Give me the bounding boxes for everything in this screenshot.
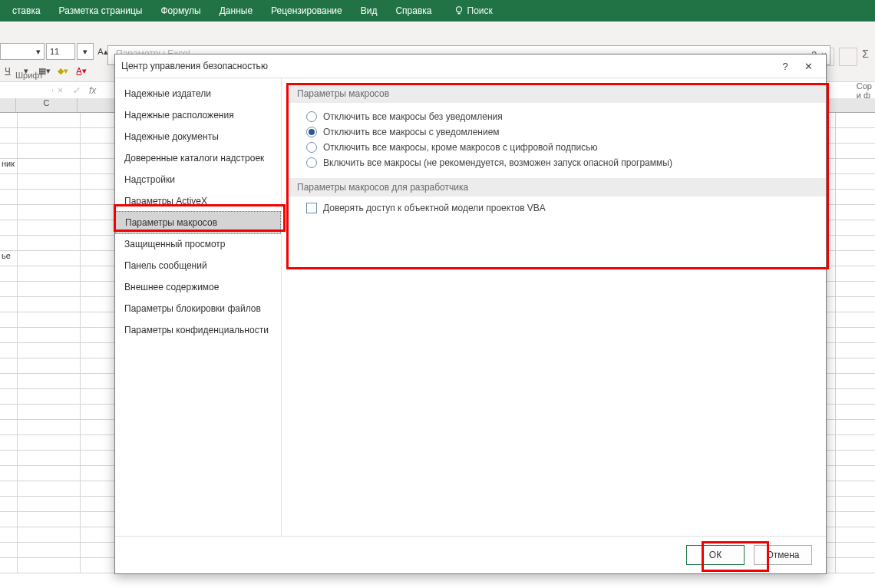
sidebar-item-privacy[interactable]: Параметры конфиденциальности (115, 319, 281, 341)
ribbon-tab[interactable]: Справка (386, 1, 441, 21)
checkbox-trust-vba[interactable]: Доверять доступ к объектной модели проек… (289, 197, 826, 213)
bulb-icon (454, 5, 464, 16)
sidebar-item-trusted-publishers[interactable]: Надежные издатели (115, 83, 281, 104)
sidebar-item-trusted-addin-catalogs[interactable]: Доверенные каталоги надстроек (115, 147, 281, 169)
enter-icon[interactable]: ✓ (68, 85, 84, 96)
radio-label: Отключить все макросы без уведомления (323, 111, 503, 122)
trust-center-content: Параметры макросов Отключить все макросы… (282, 78, 826, 536)
ok-button[interactable]: ОК (686, 545, 745, 565)
radio-icon (306, 111, 317, 122)
font-size-dropdown[interactable]: ▾ (77, 43, 94, 60)
trust-center-dialog: Центр управления безопасностью ? ✕ Надеж… (114, 54, 827, 574)
ribbon-tab[interactable]: Данные (210, 1, 262, 21)
radio-disable-no-notify[interactable]: Отключить все макросы без уведомления (306, 109, 826, 124)
svg-point-0 (456, 7, 461, 12)
font-color-button[interactable]: A▾ (74, 63, 89, 78)
cancel-icon[interactable]: × (53, 85, 68, 96)
radio-enable-all[interactable]: Включить все макросы (не рекомендуется, … (306, 155, 826, 170)
checkbox-icon (306, 203, 317, 213)
dialog-title: Центр управления безопасностью (121, 61, 774, 71)
sidebar-item-external-content[interactable]: Внешнее содержимое (115, 276, 281, 298)
sidebar-item-trusted-locations[interactable]: Надежные расположения (115, 104, 281, 126)
dialog-titlebar: Центр управления безопасностью ? ✕ (115, 55, 826, 78)
ribbon-tab[interactable]: Формулы (151, 1, 210, 21)
section-macro-settings: Параметры макросов (289, 84, 826, 103)
sidebar-item-file-block[interactable]: Параметры блокировки файлов (115, 298, 281, 319)
radio-disable-with-notify[interactable]: Отключить все макросы с уведомлением (306, 124, 826, 140)
sidebar-item-trusted-documents[interactable]: Надежные документы (115, 126, 281, 147)
cancel-button[interactable]: Отмена (754, 545, 812, 565)
sidebar-item-activex[interactable]: Параметры ActiveX (115, 190, 281, 212)
help-icon[interactable]: ? (774, 61, 797, 72)
ribbon-tabs: ставка Разметка страницы Формулы Данные … (0, 0, 875, 21)
radio-disable-except-signed[interactable]: Отключить все макросы, кроме макросов с … (306, 140, 826, 155)
font-name-box[interactable]: ▾ (0, 43, 45, 60)
ribbon-search[interactable]: Поиск (441, 5, 493, 16)
col-header[interactable]: C (16, 98, 78, 112)
font-size-box[interactable]: 11 (46, 43, 75, 60)
trust-center-sidebar: Надежные издатели Надежные расположения … (115, 78, 282, 536)
col-header[interactable] (0, 98, 16, 112)
ribbon-tab[interactable]: ставка (3, 1, 50, 21)
radio-label: Отключить все макросы, кроме макросов с … (323, 142, 597, 153)
sidebar-item-macro-settings[interactable]: Параметры макросов (115, 211, 281, 234)
fill-color-button[interactable]: ◆▾ (55, 63, 71, 78)
section-developer-macro: Параметры макросов для разработчика (289, 178, 826, 197)
radio-icon (306, 127, 317, 137)
sum-icon[interactable]: Σ (862, 48, 869, 60)
sidebar-item-protected-view[interactable]: Защищенный просмотр (115, 233, 281, 255)
sidebar-item-addins[interactable]: Надстройки (115, 169, 281, 190)
name-box[interactable] (0, 89, 53, 92)
checkbox-label: Доверять доступ к объектной модели проек… (323, 203, 546, 213)
format-icon[interactable] (839, 48, 857, 66)
macro-radio-group: Отключить все макросы без уведомления От… (289, 103, 826, 178)
underline-button[interactable]: Ч (0, 63, 15, 78)
fx-icon[interactable]: fx (84, 85, 101, 96)
dialog-buttons: ОК Отмена (115, 536, 826, 573)
ribbon-tab[interactable]: Рецензирование (262, 1, 352, 21)
radio-label: Отключить все макросы с уведомлением (323, 127, 500, 137)
radio-icon (306, 142, 317, 153)
sidebar-item-message-bar[interactable]: Панель сообщений (115, 255, 281, 276)
ribbon-group-font-label: Шрифт (15, 71, 43, 80)
ribbon-search-label: Поиск (467, 5, 493, 16)
radio-icon (306, 157, 317, 168)
ribbon-tab[interactable]: Вид (352, 1, 387, 21)
ribbon-tab[interactable]: Разметка страницы (50, 1, 152, 21)
radio-label: Включить все макросы (не рекомендуется, … (323, 157, 672, 168)
close-icon[interactable]: ✕ (797, 61, 820, 72)
